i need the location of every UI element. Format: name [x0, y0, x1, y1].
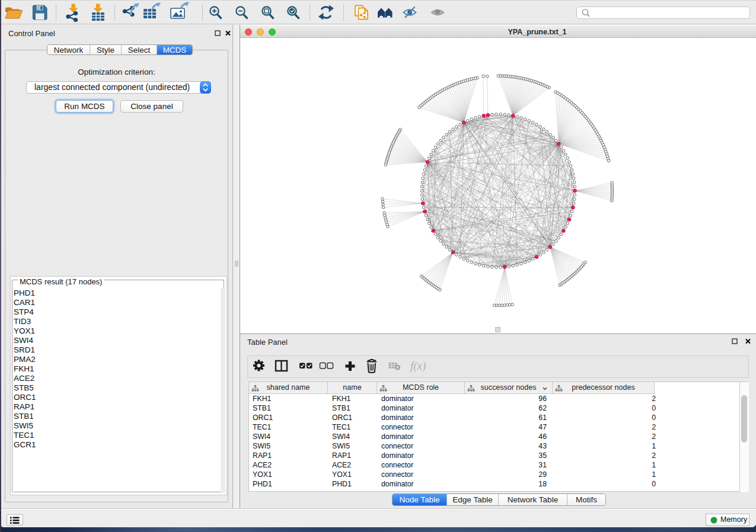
svg-text:f(x): f(x) — [410, 360, 426, 373]
